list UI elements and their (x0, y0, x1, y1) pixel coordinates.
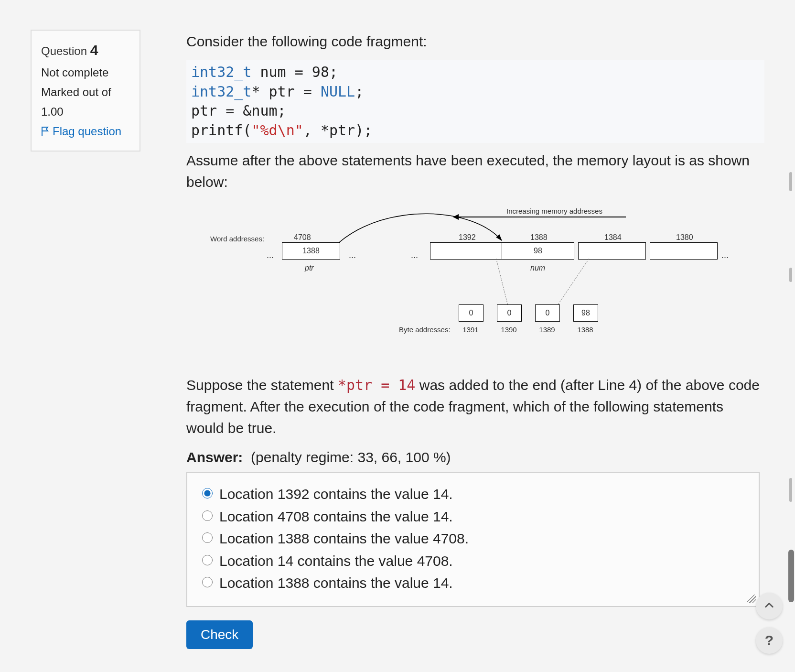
chevron-up-icon (764, 598, 774, 614)
option-1-radio[interactable] (202, 510, 213, 521)
option-4-radio[interactable] (202, 577, 213, 587)
increasing-arrow (454, 217, 626, 217)
empty-word-box-1392 (430, 242, 502, 260)
byte-box-2: 0 (535, 304, 560, 322)
check-button[interactable]: Check (186, 620, 253, 649)
inline-code-ptr-assign: *ptr = 14 (338, 377, 416, 393)
penalty-text: (penalty regime: 33, 66, 100 %) (251, 449, 451, 465)
quiz-page: Question 4 Not complete Marked out of 1.… (0, 0, 795, 672)
word-addr-0: 4708 (294, 232, 311, 243)
code-fragment: int32_t num = 98; int32_t* ptr = NULL; p… (186, 60, 764, 143)
minimap-mark-3 (789, 478, 792, 502)
byte-addr-3: 1388 (573, 325, 597, 336)
word-addr-1: 1392 (459, 232, 476, 243)
byte-addr-2: 1389 (535, 325, 559, 336)
empty-word-box-1380 (650, 242, 718, 260)
ptr-var-label: ptr (305, 262, 314, 274)
minimap-thumb[interactable] (788, 550, 794, 602)
dots-left-1: ... (267, 249, 274, 262)
question-info-card: Question 4 Not complete Marked out of 1.… (31, 30, 140, 152)
question-state: Not complete (41, 64, 130, 81)
suppose-prefix: Suppose the statement (186, 377, 338, 393)
option-1-text: Location 4708 contains the value 14. (219, 509, 453, 524)
scroll-to-top-button[interactable] (756, 593, 783, 619)
memory-diagram: Increasing memory addresses Word address… (186, 202, 731, 360)
answer-label-bold: Answer: (186, 449, 243, 465)
answer-heading: Answer: (penalty regime: 33, 66, 100 %) (186, 446, 764, 468)
option-1[interactable]: Location 4708 contains the value 14. (200, 506, 746, 528)
option-4-text: Location 1388 contains the value 14. (219, 575, 453, 591)
flag-question-text: Flag question (53, 125, 121, 138)
byte-box-3: 98 (573, 304, 598, 322)
help-button[interactable]: ? (756, 627, 783, 654)
num-var-label: num (530, 262, 545, 274)
byte-addr-0: 1391 (459, 325, 483, 336)
question-max-mark: 1.00 (41, 103, 130, 120)
option-2-radio[interactable] (202, 532, 213, 543)
dots-mid-2: ... (411, 249, 418, 262)
option-2[interactable]: Location 1388 contains the value 4708. (200, 528, 746, 550)
minimap-mark-2 (789, 268, 792, 282)
option-3-radio[interactable] (202, 555, 213, 565)
flag-question-link-row: Flag question (41, 122, 130, 140)
byte-box-1: 0 (497, 304, 522, 322)
word-addr-3: 1384 (604, 232, 622, 243)
empty-word-box-1384 (578, 242, 646, 260)
option-3[interactable]: Location 14 contains the value 4708. (200, 550, 746, 573)
byte-addr-1: 1390 (497, 325, 521, 336)
question-number: 4 (90, 42, 98, 58)
ptr-word-box: 1388 (282, 242, 340, 260)
question-marked-label: Marked out of (41, 83, 130, 101)
dashed-guide-left (496, 259, 508, 304)
option-0-radio[interactable] (202, 488, 213, 499)
assume-text: Assume after the above statements have b… (186, 150, 764, 193)
byte-box-0: 0 (459, 304, 483, 322)
flag-icon (41, 124, 50, 134)
word-addresses-label: Word addresses: (210, 234, 264, 245)
question-mark-icon: ? (765, 632, 774, 649)
increasing-label: Increasing memory addresses (506, 206, 602, 217)
question-body: Consider the following code fragment: in… (186, 31, 764, 649)
question-heading: Question 4 (41, 39, 130, 62)
dashed-guide-right (558, 259, 590, 304)
suppose-text: Suppose the statement *ptr = 14 was adde… (186, 374, 764, 439)
dots-right: ... (721, 249, 729, 262)
question-label: Question (41, 44, 87, 57)
scrollbar-minimap[interactable] (782, 0, 795, 672)
dots-mid-1: ... (349, 249, 356, 262)
option-0-text: Location 1392 contains the value 14. (219, 486, 453, 502)
num-word-box: 98 (502, 242, 574, 260)
flag-question-link[interactable]: Flag question (41, 125, 121, 138)
num-word-value: 98 (534, 245, 542, 257)
answer-options-box: Location 1392 contains the value 14. Loc… (186, 472, 760, 607)
option-0[interactable]: Location 1392 contains the value 14. (200, 483, 746, 506)
option-4[interactable]: Location 1388 contains the value 14. (200, 572, 746, 595)
byte-addresses-label: Byte addresses: (399, 325, 451, 336)
word-addr-2: 1388 (530, 232, 548, 243)
option-2-text: Location 1388 contains the value 4708. (219, 531, 469, 546)
ptr-word-value: 1388 (302, 245, 320, 257)
intro-text: Consider the following code fragment: (186, 31, 764, 52)
minimap-mark-1 (789, 172, 792, 191)
word-addr-4: 1380 (676, 232, 693, 243)
option-3-text: Location 14 contains the value 4708. (219, 553, 453, 569)
resize-handle-icon[interactable] (747, 595, 756, 603)
